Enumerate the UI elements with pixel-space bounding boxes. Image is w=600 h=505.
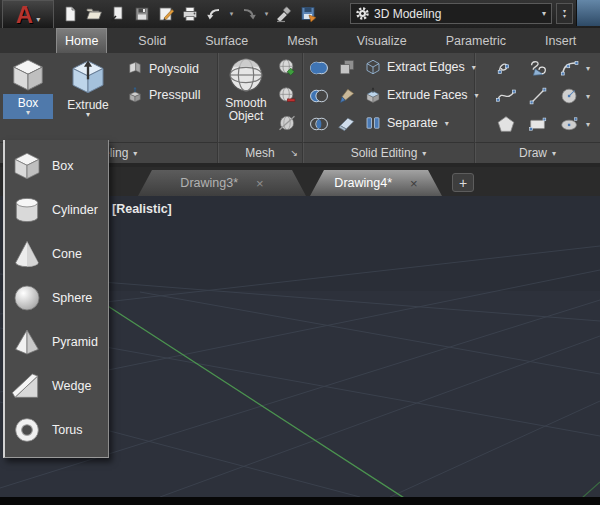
- pyramid-icon: [11, 326, 43, 358]
- save-web-icon: [299, 5, 317, 23]
- quick-access-toolbar: ▾ ▾: [58, 2, 320, 26]
- presspull-icon: [126, 86, 144, 104]
- extrude-button[interactable]: Extrude ▾: [60, 56, 116, 118]
- clean-button[interactable]: [336, 113, 358, 135]
- ellipse-button[interactable]: [559, 113, 581, 135]
- union-button[interactable]: [308, 57, 330, 79]
- extrude-faces-button[interactable]: Extrude Faces ▾: [364, 86, 479, 104]
- separate-icon: [364, 114, 382, 132]
- plot-stamp-button[interactable]: [272, 2, 296, 26]
- tab-surface[interactable]: Surface: [197, 28, 256, 53]
- subtract-icon: [308, 88, 330, 104]
- box-icon: [9, 56, 47, 94]
- polysolid-button[interactable]: Polysolid: [126, 60, 199, 78]
- polygon-icon: [495, 113, 517, 135]
- undo-arrow-icon: [205, 5, 223, 23]
- solid-editing-label-text: Solid Editing: [351, 146, 418, 160]
- tab-insert[interactable]: Insert: [537, 28, 584, 53]
- torus-icon: [11, 414, 43, 446]
- doc-tab-drawing4[interactable]: Drawing4* ×: [310, 170, 442, 196]
- box-split-button[interactable]: Box ▾: [3, 56, 53, 119]
- plot-stamp-icon: [275, 5, 293, 23]
- new-file-button[interactable]: [58, 2, 82, 26]
- arc-icon: [559, 57, 581, 79]
- arc-caret-icon[interactable]: ▾: [583, 57, 593, 79]
- tab-solid[interactable]: Solid: [130, 28, 174, 53]
- extrude-icon: [68, 56, 108, 96]
- chevron-down-icon: ▾: [36, 15, 40, 24]
- tab-parametric[interactable]: Parametric: [438, 28, 514, 53]
- circle-caret-icon[interactable]: ▾: [583, 85, 593, 107]
- flyout-item-cone[interactable]: Cone: [5, 232, 108, 276]
- rectangle-icon: [527, 113, 549, 135]
- tab-visualize[interactable]: Visualize: [349, 28, 415, 53]
- dialog-launcher-icon[interactable]: ↘: [290, 148, 298, 158]
- save-button[interactable]: [106, 2, 130, 26]
- tab-home[interactable]: Home: [56, 28, 107, 53]
- separate-button[interactable]: Separate ▾: [364, 114, 449, 132]
- sphere-icon: [11, 282, 43, 314]
- line-button[interactable]: [527, 85, 549, 107]
- open-button[interactable]: [82, 2, 106, 26]
- subtract-button[interactable]: [308, 85, 330, 107]
- flyout-item-torus[interactable]: Torus: [5, 408, 108, 452]
- extrude-faces-label: Extrude Faces: [387, 88, 468, 102]
- flyout-item-box[interactable]: Box: [5, 144, 108, 188]
- close-icon[interactable]: ×: [256, 176, 264, 191]
- panel-expand-caret-icon: ▾: [422, 149, 426, 158]
- doc-tab-drawing3[interactable]: Drawing3* ×: [138, 170, 306, 196]
- extract-edges-button[interactable]: Extract Edges ▾: [364, 58, 476, 76]
- panel-solid-editing: Extract Edges ▾: [303, 53, 475, 163]
- flyout-item-cylinder[interactable]: Cylinder: [5, 188, 108, 232]
- intersect-button[interactable]: [308, 113, 330, 135]
- flyout-item-wedge[interactable]: Wedge: [5, 364, 108, 408]
- spline-button[interactable]: [495, 85, 517, 107]
- flyout-item-sphere[interactable]: Sphere: [5, 276, 108, 320]
- flyout-item-pyramid[interactable]: Pyramid: [5, 320, 108, 364]
- panel-mesh: Smooth Object: [218, 53, 303, 163]
- panel-label-solid-editing[interactable]: Solid Editing ▾: [303, 142, 474, 163]
- circle-icon: [559, 85, 581, 107]
- new-drawing-tab-button[interactable]: +: [452, 173, 474, 192]
- save-web-button[interactable]: [296, 2, 320, 26]
- primitive-flyout-menu: Box Cylinder Cone: [3, 140, 109, 458]
- box-button-highlight[interactable]: Box ▾: [3, 94, 53, 119]
- mesh-none-button[interactable]: [276, 112, 298, 134]
- slice-button[interactable]: [336, 57, 358, 79]
- flyout-item-label: Cylinder: [52, 203, 98, 217]
- workspace-label: 3D Modeling: [374, 7, 542, 21]
- redo-dropdown-caret[interactable]: ▾: [261, 2, 272, 26]
- wedge-icon: [11, 370, 43, 402]
- circle-button[interactable]: [559, 85, 581, 107]
- visual-style-control[interactable]: [Realistic]: [112, 202, 172, 216]
- smooth-object-button[interactable]: Smooth Object: [222, 55, 270, 123]
- separate-caret-icon: ▾: [445, 119, 449, 128]
- edit-plot-button[interactable]: [154, 2, 178, 26]
- polyline-button[interactable]: [495, 57, 517, 79]
- tab-mesh[interactable]: Mesh: [279, 28, 326, 53]
- panel-label-mesh[interactable]: Mesh ↘: [218, 142, 302, 163]
- close-icon[interactable]: ×: [410, 176, 418, 191]
- union-icon: [308, 60, 330, 76]
- panel-label-draw[interactable]: Draw ▾: [475, 142, 600, 163]
- mesh-refine-button[interactable]: [276, 57, 298, 79]
- workspace-switcher[interactable]: 3D Modeling ▾: [350, 3, 552, 24]
- application-menu-button[interactable]: A ▾: [2, 0, 54, 30]
- save-as-button[interactable]: [130, 2, 154, 26]
- presspull-button[interactable]: Presspull: [126, 86, 200, 104]
- polysolid-icon: [126, 60, 144, 78]
- taper-faces-button[interactable]: [336, 85, 358, 107]
- arc-button[interactable]: [559, 57, 581, 79]
- polygon-button[interactable]: [495, 113, 517, 135]
- undo-dropdown-caret[interactable]: ▾: [226, 2, 237, 26]
- freehand-sketch-button[interactable]: [527, 57, 549, 79]
- toolbar-overflow-button[interactable]: ▾ ▾: [556, 3, 573, 24]
- redo-button[interactable]: [237, 2, 261, 26]
- bottom-edge: [0, 497, 600, 505]
- ellipse-caret-icon[interactable]: ▾: [583, 113, 593, 135]
- rectangle-button[interactable]: [527, 113, 549, 135]
- undo-button[interactable]: [202, 2, 226, 26]
- eraser-icon: [337, 114, 357, 134]
- mesh-reduce-button[interactable]: [276, 85, 298, 107]
- print-button[interactable]: [178, 2, 202, 26]
